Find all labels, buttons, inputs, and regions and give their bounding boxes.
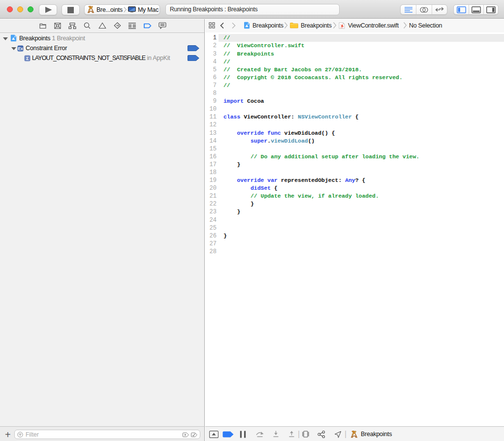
svg-text:Ex: Ex xyxy=(18,46,23,51)
svg-text:Σ: Σ xyxy=(26,56,29,60)
